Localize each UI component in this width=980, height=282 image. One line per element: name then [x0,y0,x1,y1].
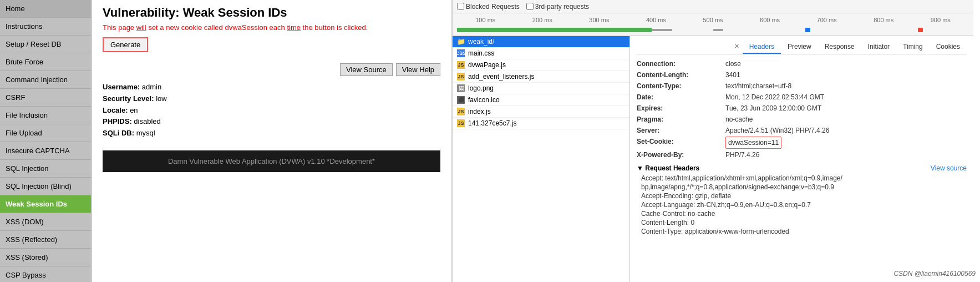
header-value: Mon, 12 Dec 2022 02:53:44 GMT [725,92,824,102]
response-header-row: Date:Mon, 12 Dec 2022 02:53:44 GMT [637,92,967,102]
info-section: Username: admin Security Level: low Loca… [103,82,440,139]
file-list-item[interactable]: JSindex.js [453,106,629,118]
blocked-requests-checkbox-label[interactable]: Blocked Requests [457,3,520,11]
header-key: Server: [637,125,725,135]
header-value: no-cache [725,114,753,124]
headers-panel: ×HeadersPreviewResponseInitiatorTimingCo… [630,36,973,282]
thirdparty-checkbox[interactable] [526,3,534,10]
thirdparty-checkbox-label[interactable]: 3rd-party requests [526,3,589,11]
page-title: Vulnerability: Weak Session IDs [103,6,440,20]
folder-icon: 📁 [457,38,465,46]
css-icon: CSS [457,49,465,57]
header-key: Pragma: [637,114,725,124]
sidebar-item-command-injection[interactable]: Command Injection [0,71,91,89]
file-list-item[interactable]: CSSmain.css [453,48,629,59]
tab-response[interactable]: Response [818,41,861,54]
header-value: dvwaSession=11 [725,137,781,149]
header-key: Set-Cookie: [637,137,725,149]
view-help-button[interactable]: View Help [396,63,440,76]
response-header-row: Connection:close [637,59,967,69]
request-header-row: Content-Length: 0 [637,219,967,226]
sidebar-item-csp-bypass[interactable]: CSP Bypass [0,266,91,282]
js-icon: JS [457,119,465,127]
header-value: close [725,59,741,69]
file-name: weak_id/ [468,38,494,46]
headers-tabs: ×HeadersPreviewResponseInitiatorTimingCo… [637,41,967,54]
username-value: admin [142,83,161,91]
sidebar-item-csrf[interactable]: CSRF [0,89,91,107]
header-value: 3401 [725,70,740,80]
locale-value: en [130,106,138,114]
timeline-marker: 600 ms [742,17,799,23]
sidebar-item-sql-injection[interactable]: SQL Injection [0,160,91,178]
security-label: Security Level: [103,94,154,103]
sidebar-item-instructions[interactable]: Instructions [0,18,91,36]
sidebar-item-home[interactable]: Home [0,0,91,18]
request-headers-title: ▼ Request Headers View source [637,164,967,172]
sidebar-item-setup[interactable]: Setup / Reset DB [0,36,91,53]
response-header-row: Pragma:no-cache [637,114,967,124]
sidebar-item-insecure-captcha[interactable]: Insecure CAPTCHA [0,142,91,160]
devtools-panel: Blocked Requests 3rd-party requests 100 … [452,0,973,282]
request-header-row: Accept-Language: zh-CN,zh;q=0.9,en-AU;q=… [637,201,967,209]
response-header-row: Set-Cookie:dvwaSession=11 [637,137,967,149]
file-list-item[interactable]: ⬛favicon.ico [453,94,629,106]
response-header-row: Server:Apache/2.4.51 (Win32) PHP/7.4.26 [637,125,967,135]
sidebar-item-xss-dom[interactable]: XSS (DOM) [0,213,91,231]
header-value: Tue, 23 Jun 2009 12:00:00 GMT [725,103,821,113]
footer-bar: Damn Vulnerable Web Application (DVWA) v… [103,150,440,172]
file-list-item[interactable]: 📁weak_id/ [453,36,629,48]
sidebar-item-weak-session-ids[interactable]: Weak Session IDs [0,195,91,213]
file-list-item[interactable]: JS141.327ce5c7.js [453,118,629,129]
sidebar-item-file-inclusion[interactable]: File Inclusion [0,107,91,124]
watermark: CSDN @liaomin416100569 [893,270,976,278]
view-source-link[interactable]: View source [931,164,967,172]
response-headers-section: Connection:closeContent-Length:3401Conte… [637,59,967,160]
header-value: PHP/7.4.26 [725,150,759,160]
sidebar-item-file-upload[interactable]: File Upload [0,124,91,142]
close-panel-button[interactable]: × [731,41,742,54]
timeline-marker: 300 ms [571,17,628,23]
request-header-row: Accept-Encoding: gzip, deflate [637,192,967,200]
tab-cookies[interactable]: Cookies [930,41,967,54]
sidebar-item-brute-force[interactable]: Brute Force [0,53,91,71]
file-name: main.css [468,49,494,57]
view-source-button[interactable]: View Source [340,63,393,76]
devtools-body: 📁weak_id/CSSmain.cssJSdvwaPage.jsJSadd_e… [453,36,973,282]
blocked-requests-label: Blocked Requests [466,3,520,11]
security-value: low [156,94,167,103]
request-header-row: Content-Type: application/x-www-form-url… [637,228,967,235]
blocked-requests-checkbox[interactable] [457,3,464,10]
js-icon: JS [457,73,465,80]
response-header-row: Content-Type:text/html;charset=utf-8 [637,81,967,91]
main-content: Vulnerability: Weak Session IDs This pag… [92,0,452,282]
timeline-marker: 100 ms [457,17,514,23]
file-list-item[interactable]: JSadd_event_listeners.js [453,71,629,83]
timeline-marker: 500 ms [684,17,742,23]
request-headers-section: Accept: text/html,application/xhtml+xml,… [637,174,967,235]
request-header-row: Cache-Control: no-cache [637,210,967,218]
file-name: 141.327ce5c7.js [468,119,516,127]
tab-timing[interactable]: Timing [896,41,930,54]
sidebar-item-xss-reflected[interactable]: XSS (Reflected) [0,231,91,249]
tab-headers[interactable]: Headers [743,41,781,54]
sidebar-item-sql-injection-blind[interactable]: SQL Injection (Blind) [0,178,91,195]
generate-button[interactable]: Generate [103,37,148,52]
header-key: Date: [637,92,725,102]
file-list: 📁weak_id/CSSmain.cssJSdvwaPage.jsJSadd_e… [453,36,630,282]
response-header-row: X-Powered-By:PHP/7.4.26 [637,150,967,160]
timeline-marker: 400 ms [628,17,685,23]
timeline-marker: 900 ms [912,17,969,23]
ico-icon: ⬛ [457,96,465,104]
timeline-ruler: 100 ms200 ms300 ms400 ms500 ms600 ms700 … [453,14,973,26]
tab-initiator[interactable]: Initiator [861,41,896,54]
file-name: index.js [468,108,491,115]
timeline-container: 100 ms200 ms300 ms400 ms500 ms600 ms700 … [453,13,973,36]
file-name: favicon.ico [468,96,500,104]
sidebar-item-xss-stored[interactable]: XSS (Stored) [0,249,91,266]
file-list-item[interactable]: JSdvwaPage.js [453,59,629,71]
tab-preview[interactable]: Preview [781,41,818,54]
file-list-item[interactable]: 🖼logo.png [453,83,629,94]
response-header-row: Content-Length:3401 [637,70,967,80]
username-label: Username: [103,83,140,91]
